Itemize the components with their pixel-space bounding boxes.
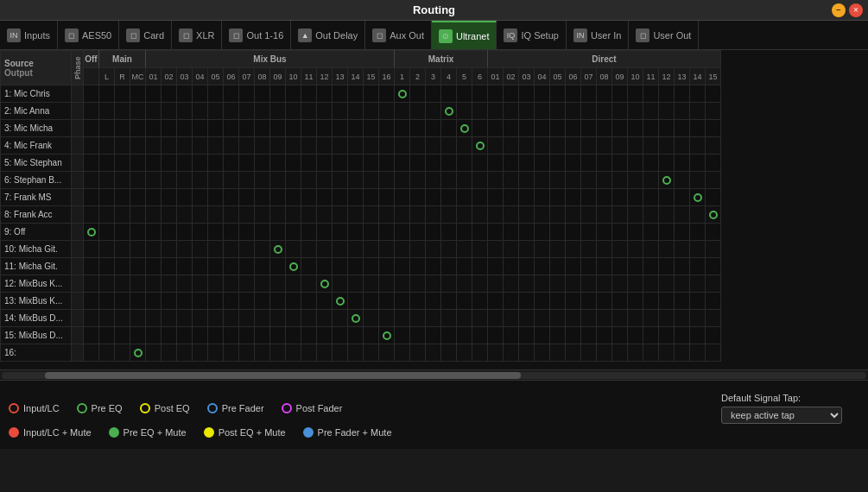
routing-cell[interactable] bbox=[348, 206, 364, 224]
routing-cell[interactable] bbox=[333, 344, 348, 362]
routing-cell[interactable] bbox=[535, 293, 550, 310]
tab-card[interactable]: ◻ Card bbox=[119, 21, 172, 49]
routing-cell[interactable] bbox=[488, 275, 504, 293]
routing-cell[interactable] bbox=[395, 293, 410, 310]
routing-cell[interactable] bbox=[643, 137, 659, 155]
routing-cell[interactable] bbox=[286, 103, 301, 120]
routing-cell[interactable] bbox=[566, 120, 581, 137]
routing-cell[interactable] bbox=[519, 206, 535, 224]
routing-cell[interactable] bbox=[255, 310, 270, 327]
routing-cell[interactable] bbox=[364, 172, 379, 189]
routing-cell[interactable] bbox=[348, 241, 364, 258]
routing-cell[interactable] bbox=[333, 275, 348, 293]
routing-cell[interactable] bbox=[675, 344, 690, 362]
routing-cell[interactable] bbox=[224, 258, 239, 275]
table-row[interactable]: 3: Mic Micha bbox=[1, 120, 721, 137]
routing-cell[interactable] bbox=[628, 137, 643, 155]
routing-cell[interactable] bbox=[146, 172, 162, 189]
routing-cell[interactable] bbox=[99, 137, 115, 155]
table-row[interactable]: 7: Frank MS bbox=[1, 189, 721, 206]
routing-cell[interactable] bbox=[84, 241, 99, 258]
routing-cell[interactable] bbox=[255, 85, 270, 103]
routing-cell[interactable] bbox=[535, 258, 550, 275]
routing-cell[interactable] bbox=[130, 103, 146, 120]
routing-cell[interactable] bbox=[628, 224, 643, 241]
routing-cell[interactable] bbox=[348, 327, 364, 344]
routing-cell[interactable] bbox=[208, 344, 224, 362]
routing-cell[interactable] bbox=[472, 103, 488, 120]
routing-cell[interactable] bbox=[410, 344, 426, 362]
routing-cell[interactable] bbox=[690, 241, 706, 258]
routing-cell[interactable] bbox=[333, 85, 348, 103]
routing-cell[interactable] bbox=[706, 258, 721, 275]
routing-cell[interactable] bbox=[115, 172, 130, 189]
routing-cell[interactable] bbox=[457, 120, 472, 137]
routing-cell[interactable] bbox=[208, 275, 224, 293]
routing-cell[interactable] bbox=[426, 310, 441, 327]
routing-cell[interactable] bbox=[301, 103, 317, 120]
routing-cell[interactable] bbox=[301, 137, 317, 155]
routing-cell[interactable] bbox=[628, 155, 643, 172]
routing-cell[interactable] bbox=[612, 275, 628, 293]
routing-cell[interactable] bbox=[239, 344, 255, 362]
routing-cell[interactable] bbox=[597, 103, 612, 120]
routing-cell[interactable] bbox=[659, 137, 675, 155]
routing-cell[interactable] bbox=[643, 293, 659, 310]
routing-cell[interactable] bbox=[628, 241, 643, 258]
routing-cell[interactable] bbox=[348, 137, 364, 155]
routing-cell[interactable] bbox=[208, 172, 224, 189]
routing-cell[interactable] bbox=[488, 258, 504, 275]
routing-cell[interactable] bbox=[612, 258, 628, 275]
routing-cell[interactable] bbox=[441, 293, 457, 310]
routing-cell[interactable] bbox=[659, 275, 675, 293]
routing-cell[interactable] bbox=[99, 224, 115, 241]
routing-cell[interactable] bbox=[410, 85, 426, 103]
routing-cell[interactable] bbox=[597, 189, 612, 206]
routing-cell[interactable] bbox=[239, 155, 255, 172]
routing-cell[interactable] bbox=[566, 241, 581, 258]
routing-cell[interactable] bbox=[177, 344, 193, 362]
routing-cell[interactable] bbox=[643, 155, 659, 172]
routing-cell[interactable] bbox=[239, 310, 255, 327]
routing-cell[interactable] bbox=[286, 310, 301, 327]
routing-cell[interactable] bbox=[488, 137, 504, 155]
routing-cell[interactable] bbox=[317, 258, 333, 275]
tab-out-delay[interactable]: ▲ Out Delay bbox=[291, 21, 365, 49]
table-row[interactable]: 9: Off bbox=[1, 224, 721, 241]
routing-cell[interactable] bbox=[208, 103, 224, 120]
table-row[interactable]: 10: Micha Git. bbox=[1, 241, 721, 258]
routing-cell[interactable] bbox=[255, 172, 270, 189]
routing-cell[interactable] bbox=[224, 103, 239, 120]
routing-cell[interactable] bbox=[333, 189, 348, 206]
tab-user-in[interactable]: IN User In bbox=[567, 21, 629, 49]
routing-cell[interactable] bbox=[193, 293, 208, 310]
routing-cell[interactable] bbox=[379, 310, 395, 327]
routing-cell[interactable] bbox=[162, 189, 177, 206]
routing-cell[interactable] bbox=[162, 103, 177, 120]
routing-cell[interactable] bbox=[115, 85, 130, 103]
routing-cell[interactable] bbox=[581, 206, 597, 224]
routing-cell[interactable] bbox=[706, 155, 721, 172]
routing-cell[interactable] bbox=[643, 310, 659, 327]
routing-cell[interactable] bbox=[457, 155, 472, 172]
routing-cell[interactable] bbox=[130, 310, 146, 327]
routing-cell[interactable] bbox=[255, 189, 270, 206]
routing-cell[interactable] bbox=[550, 241, 566, 258]
routing-cell[interactable] bbox=[597, 224, 612, 241]
routing-cell[interactable] bbox=[379, 344, 395, 362]
table-row[interactable]: 15: MixBus D... bbox=[1, 327, 721, 344]
routing-cell[interactable] bbox=[333, 310, 348, 327]
routing-cell[interactable] bbox=[348, 189, 364, 206]
tab-ultranet[interactable]: ⊙ Ultranet bbox=[432, 21, 497, 49]
routing-cell[interactable] bbox=[84, 327, 99, 344]
routing-cell[interactable] bbox=[659, 85, 675, 103]
routing-cell[interactable] bbox=[395, 258, 410, 275]
routing-cell[interactable] bbox=[535, 137, 550, 155]
routing-cell[interactable] bbox=[270, 275, 286, 293]
routing-cell[interactable] bbox=[270, 241, 286, 258]
routing-cell[interactable] bbox=[550, 103, 566, 120]
routing-cell[interactable] bbox=[472, 189, 488, 206]
routing-cell[interactable] bbox=[659, 189, 675, 206]
routing-cell[interactable] bbox=[628, 189, 643, 206]
routing-cell[interactable] bbox=[426, 327, 441, 344]
